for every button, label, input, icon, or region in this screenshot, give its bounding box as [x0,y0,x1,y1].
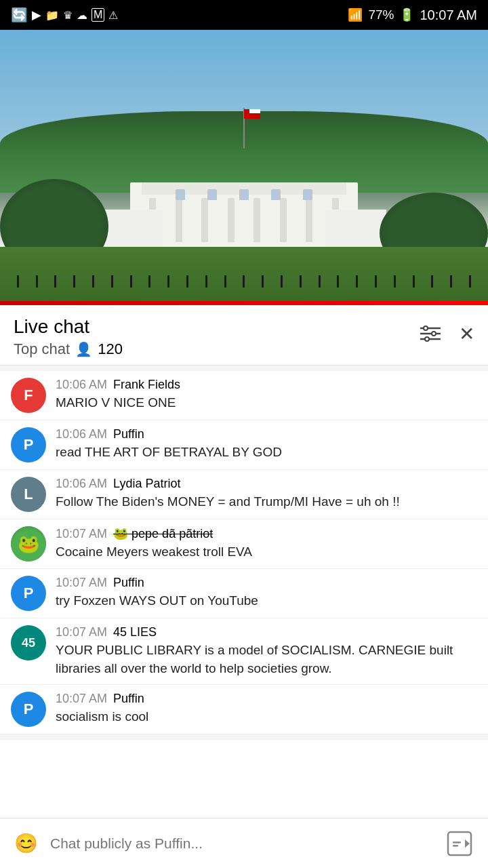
message-time: 10:07 AM [56,625,107,639]
message-time: 10:06 AM [56,477,107,490]
cloud-icon: ☁ [77,9,87,22]
table-row: F 10:06 AM Frank Fields MARIO V NICE ONE [0,371,488,420]
svg-marker-9 [465,840,470,848]
avatar: 🐸 [11,526,46,561]
message-content: 10:07 AM Puffin socialism is cool [56,692,477,726]
svg-rect-3 [424,326,428,330]
table-row: L 10:06 AM Lydia Patriot Follow The Bide… [0,470,488,519]
send-button[interactable] [442,829,477,859]
table-row: 45 10:07 AM 45 LIES YOUR PUBLIC LIBRARY … [0,618,488,685]
message-meta: 10:07 AM Puffin [56,692,477,706]
message-text: Cocaine Meyers weakest troll EVA [56,543,477,561]
chat-input[interactable] [50,835,432,852]
chat-header-right: ✕ [418,321,474,346]
message-username: Frank Fields [113,378,180,391]
message-text: Follow The Biden's MONEY = and Trump/MI … [56,493,477,511]
avatar: L [11,477,46,512]
message-username: 45 LIES [113,625,157,639]
chat-header-left: Live chat Top chat 👤 120 [14,316,123,358]
message-text: socialism is cool [56,708,477,726]
battery-icon: 🔋 [399,7,414,22]
svg-rect-4 [432,332,436,336]
table-row: 🐸 10:07 AM 🐸 pepe dã pãtriot Cocaine Mey… [0,519,488,569]
message-username: Puffin [113,427,144,441]
top-chat-label[interactable]: Top chat [14,340,70,358]
message-time: 10:07 AM [56,576,107,589]
message-meta: 10:07 AM 45 LIES [56,625,477,639]
video-thumbnail[interactable] [0,30,488,301]
time-display: 10:07 AM [420,7,477,23]
status-icons-left: 🔄 ▶ 📁 ♛ ☁ M ⚠ [11,7,118,23]
emoji-button[interactable]: 😊 [11,829,41,859]
wifi-icon: 📶 [348,7,363,22]
battery-text: 77% [368,7,394,22]
message-time: 10:07 AM [56,692,107,705]
message-username: 🐸 pepe dã pãtriot [113,527,213,540]
message-username: Lydia Patriot [113,477,180,490]
message-meta: 10:07 AM 🐸 pepe dã pãtriot [56,526,477,541]
message-username: Puffin [113,576,144,589]
sync-icon: 🔄 [11,7,28,23]
message-username: Puffin [113,692,144,705]
table-row: P 10:07 AM Puffin socialism is cool [0,685,488,734]
status-bar: 🔄 ▶ 📁 ♛ ☁ M ⚠ 📶 77% 🔋 10:07 AM [0,0,488,30]
m-icon: M [92,8,104,22]
messages-area: F 10:06 AM Frank Fields MARIO V NICE ONE… [0,366,488,740]
message-text: read THE ART OF BETRAYAL BY GOD [56,443,477,462]
filter-icon[interactable] [418,321,443,346]
folder-icon: 📁 [45,9,59,22]
message-text: YOUR PUBLIC LIBRARY is a model of SOCIAL… [56,642,477,677]
emoji-icon: 😊 [14,832,38,854]
avatar: 45 [11,625,46,660]
avatar: F [11,378,46,413]
message-content: 10:06 AM Frank Fields MARIO V NICE ONE [56,378,477,412]
message-text: MARIO V NICE ONE [56,394,477,412]
message-meta: 10:06 AM Lydia Patriot [56,477,477,491]
message-content: 10:06 AM Lydia Patriot Follow The Biden'… [56,477,477,511]
status-icons-right: 📶 77% 🔋 10:07 AM [348,7,477,23]
table-row: P 10:06 AM Puffin read THE ART OF BETRAY… [0,420,488,470]
svg-rect-5 [425,337,429,341]
message-meta: 10:06 AM Puffin [56,427,477,441]
message-content: 10:07 AM Puffin try Foxzen WAYS OUT on Y… [56,576,477,610]
message-content: 10:07 AM 🐸 pepe dã pãtriot Cocaine Meyer… [56,526,477,561]
message-time: 10:07 AM [56,527,107,540]
message-meta: 10:07 AM Puffin [56,576,477,590]
close-button[interactable]: ✕ [459,323,474,345]
chat-header: Live chat Top chat 👤 120 ✕ [0,305,488,366]
message-time: 10:06 AM [56,427,107,441]
warning-icon: ⚠ [108,9,118,22]
message-content: 10:06 AM Puffin read THE ART OF BETRAYAL… [56,427,477,462]
chat-input-bar: 😊 [0,818,488,868]
send-icon [446,830,473,857]
avatar: P [11,427,46,462]
message-time: 10:06 AM [56,378,107,391]
avatar: P [11,692,46,727]
crown-icon: ♛ [63,9,73,22]
youtube-icon: ▶ [32,7,41,22]
message-content: 10:07 AM 45 LIES YOUR PUBLIC LIBRARY is … [56,625,477,677]
person-icon: 👤 [75,341,92,357]
chat-subtitle: Top chat 👤 120 [14,340,123,358]
viewer-count: 120 [98,340,123,358]
message-meta: 10:06 AM Frank Fields [56,378,477,392]
svg-rect-8 [453,845,458,847]
avatar: P [11,576,46,611]
svg-rect-7 [453,842,461,844]
message-text: try Foxzen WAYS OUT on YouTube [56,592,477,610]
table-row: P 10:07 AM Puffin try Foxzen WAYS OUT on… [0,569,488,618]
live-chat-title: Live chat [14,316,123,338]
